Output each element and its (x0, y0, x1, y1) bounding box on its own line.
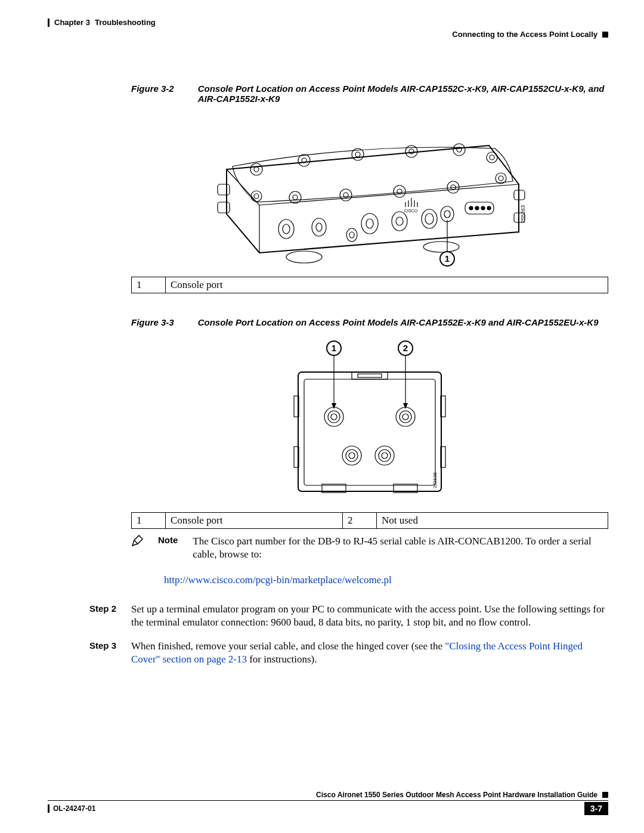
step-3-row: Step 3 When finished, remove your serial… (131, 640, 608, 666)
note-label: Note (158, 535, 178, 545)
svg-point-13 (499, 176, 503, 181)
figure-3-2-illustration: CISCO 1 255263 (203, 113, 537, 268)
svg-rect-43 (218, 184, 230, 195)
svg-point-18 (340, 189, 352, 201)
svg-point-23 (254, 194, 259, 199)
figure-3-2-callout-table: 1 Console port (131, 277, 608, 293)
section-title: Connecting to the Access Point Locally (452, 30, 597, 39)
svg-point-5 (355, 152, 360, 157)
footer-marker-icon (602, 792, 608, 798)
svg-point-75 (382, 453, 388, 459)
svg-point-32 (392, 212, 407, 231)
svg-point-34 (422, 209, 437, 228)
svg-point-65 (328, 411, 340, 423)
figure-3-3: Figure 3-3 Console Port Location on Acce… (131, 317, 608, 586)
figure-label: Figure 3-2 (131, 83, 174, 104)
table-cell-num: 2 (343, 513, 377, 529)
footer-bar-icon (48, 804, 49, 813)
step-3-text-suffix: for instructions). (247, 654, 317, 665)
step-3-text-prefix: When finished, remove your serial cable,… (131, 640, 445, 652)
svg-point-70 (342, 446, 361, 465)
svg-rect-59 (358, 374, 382, 377)
svg-point-39 (469, 206, 473, 210)
svg-rect-56 (298, 372, 441, 491)
table-cell-text: Console port (166, 277, 608, 293)
svg-point-17 (397, 189, 402, 194)
svg-line-85 (134, 540, 138, 544)
svg-point-69 (402, 414, 408, 420)
table-cell-num: 1 (132, 513, 166, 529)
callout-2-bubble: 2 (403, 343, 408, 353)
svg-point-25 (283, 224, 290, 234)
svg-rect-58 (352, 372, 388, 379)
header-bar-icon (48, 18, 49, 27)
figure-title: Console Port Location on Access Point Mo… (198, 317, 608, 327)
svg-point-74 (379, 450, 391, 462)
figure-label: Figure 3-3 (131, 317, 174, 327)
guide-title: Cisco Aironet 1550 Series Outdoor Mesh A… (316, 791, 597, 799)
step-2-row: Step 2 Set up a terminal emulator progra… (131, 603, 608, 629)
figure-3-2: Figure 3-2 Console Port Location on Acce… (131, 83, 608, 293)
step-label: Step 2 (89, 603, 119, 629)
table-cell-text: Not used (377, 513, 608, 529)
svg-point-26 (312, 218, 326, 236)
figure-3-3-callout-table: 1 Console port 2 Not used (131, 512, 608, 529)
figure-3-3-illustration: 1 2 282138 (280, 336, 459, 503)
svg-point-35 (425, 213, 434, 224)
svg-point-27 (316, 223, 322, 231)
svg-point-30 (361, 213, 378, 234)
svg-point-40 (475, 206, 479, 210)
cisco-marketplace-link[interactable]: http://www.cisco.com/pcgi-bin/marketplac… (164, 574, 392, 586)
note-text: The Cisco part number for the DB-9 to RJ… (193, 535, 608, 561)
svg-point-42 (487, 206, 491, 210)
svg-point-22 (251, 191, 262, 202)
svg-point-37 (444, 210, 450, 218)
svg-point-31 (366, 219, 373, 228)
svg-point-21 (293, 195, 298, 200)
svg-point-48 (423, 241, 459, 252)
section-header: Connecting to the Access Point Locally (452, 30, 608, 39)
svg-point-66 (331, 414, 337, 420)
note-pencil-icon (131, 535, 143, 547)
svg-point-36 (441, 206, 454, 222)
svg-marker-80 (332, 403, 336, 409)
svg-point-1 (254, 167, 259, 172)
chapter-title: Troubleshooting (95, 18, 156, 27)
page-number: 3-7 (584, 802, 608, 815)
svg-point-2 (298, 154, 310, 166)
figure-title: Console Port Location on Access Point Mo… (198, 83, 608, 104)
svg-point-33 (396, 217, 403, 225)
cisco-logo-text: CISCO (404, 209, 418, 213)
svg-point-28 (346, 228, 357, 241)
page-footer: Cisco Aironet 1550 Series Outdoor Mesh A… (48, 791, 608, 815)
svg-point-0 (250, 163, 262, 175)
svg-point-11 (490, 155, 494, 160)
svg-point-71 (346, 450, 358, 462)
svg-point-47 (286, 251, 322, 263)
note-block: Note The Cisco part number for the DB-9 … (131, 535, 608, 561)
chapter-header: Chapter 3 Troubleshooting (48, 18, 156, 27)
svg-point-68 (400, 411, 411, 423)
svg-point-8 (453, 144, 465, 156)
svg-point-12 (496, 173, 506, 184)
svg-point-10 (487, 152, 497, 163)
table-cell-text: Console port (166, 513, 343, 529)
svg-point-64 (324, 407, 343, 426)
svg-point-67 (396, 407, 415, 426)
svg-marker-83 (403, 403, 408, 409)
chapter-label: Chapter 3 (54, 18, 90, 27)
callout-1-bubble: 1 (445, 253, 450, 264)
svg-point-72 (349, 453, 355, 459)
svg-point-29 (349, 232, 354, 238)
svg-rect-44 (218, 202, 230, 213)
step-text: Set up a terminal emulator program on yo… (131, 603, 608, 629)
svg-rect-57 (304, 379, 435, 485)
document-id: OL-24247-01 (53, 804, 95, 813)
drawing-number: 255263 (520, 205, 526, 223)
callout-1-bubble: 1 (332, 343, 336, 353)
section-marker-icon (602, 32, 608, 38)
svg-point-16 (394, 185, 405, 197)
svg-point-20 (289, 191, 301, 203)
svg-point-24 (278, 219, 294, 239)
drawing-number: 282138 (432, 472, 438, 488)
